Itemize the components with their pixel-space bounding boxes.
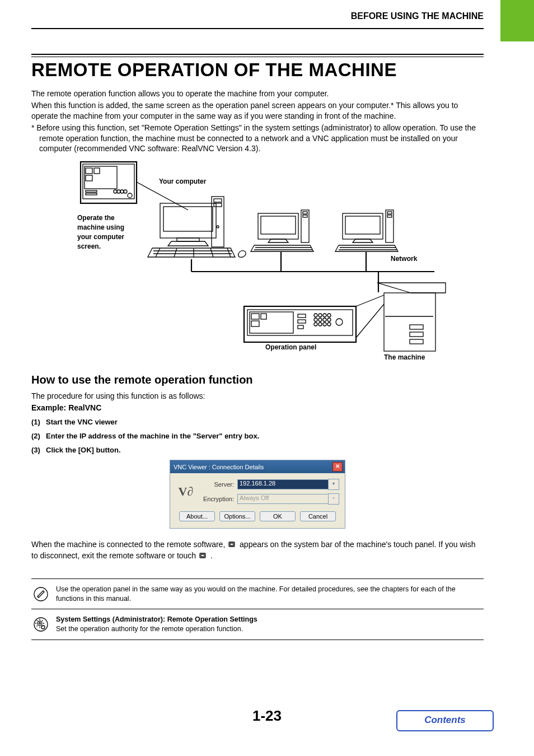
svg-rect-17: [212, 197, 224, 247]
svg-point-11: [124, 190, 127, 193]
svg-rect-31: [303, 212, 307, 214]
svg-rect-36: [345, 216, 380, 234]
title-top-rule: [31, 54, 484, 57]
vnc-title-text: VNC Viewer : Connection Details: [174, 464, 264, 470]
info-box-admin: System Settings (Administrator): Remote …: [31, 609, 484, 640]
options-button[interactable]: Options...: [219, 511, 255, 521]
svg-point-81: [34, 618, 48, 631]
info-2-title: System Settings (Administrator): Remote …: [56, 615, 257, 623]
svg-point-68: [323, 318, 326, 321]
svg-line-23: [156, 248, 160, 257]
svg-point-8: [114, 190, 117, 193]
svg-point-65: [327, 314, 331, 317]
step-2: (2)Enter the IP address of the machine i…: [31, 432, 484, 440]
diagram-network-label: Network: [391, 255, 417, 263]
info-text-1: Use the operation panel in the same way …: [56, 585, 481, 604]
step-1-text: Start the VNC viewer: [46, 418, 118, 426]
encryption-dropdown-icon: ▾: [328, 493, 339, 505]
svg-point-64: [323, 314, 326, 317]
svg-rect-5: [86, 175, 92, 181]
howto-heading: How to use the remote operation function: [31, 374, 484, 386]
close-icon[interactable]: ✕: [332, 462, 343, 472]
svg-point-74: [336, 319, 343, 325]
svg-rect-57: [261, 314, 266, 319]
info-text-2: System Settings (Administrator): Remote …: [56, 615, 257, 634]
svg-rect-7: [86, 193, 97, 195]
diagram-machine-label: The machine: [384, 353, 425, 361]
svg-point-79: [34, 587, 48, 601]
svg-rect-19: [214, 203, 222, 207]
after-paragraph: When the machine is connected to the rem…: [31, 539, 484, 562]
step-3-text: Click the [OK] button.: [46, 446, 121, 454]
svg-point-69: [327, 318, 331, 321]
svg-rect-60: [298, 320, 306, 323]
info-2-body: Set the operation authority for the remo…: [56, 625, 243, 633]
ok-button[interactable]: OK: [260, 511, 296, 521]
svg-rect-49: [410, 332, 423, 337]
step-3: (3)Click the [OK] button.: [31, 446, 484, 454]
footnote-paragraph: * Before using this function, set "Remot…: [31, 123, 484, 155]
step-2-text: Enter the IP address of the machine in t…: [46, 432, 259, 440]
content-area: REMOTE OPERATION OF THE MACHINE The remo…: [31, 54, 484, 640]
svg-rect-39: [387, 215, 392, 217]
remote-indicator-icon: [228, 539, 236, 546]
remote-indicator-icon-2: [199, 550, 207, 557]
svg-rect-35: [343, 213, 383, 239]
contents-button[interactable]: Contents: [396, 710, 494, 731]
header-rule: [31, 28, 484, 29]
svg-point-12: [128, 193, 132, 198]
svg-point-63: [318, 314, 322, 317]
svg-rect-58: [251, 321, 259, 326]
svg-rect-61: [298, 325, 303, 329]
page-title: REMOTE OPERATION OF THE MACHINE: [31, 59, 484, 81]
vnc-titlebar: VNC Viewer : Connection Details ✕: [170, 460, 345, 473]
vnc-dialog: VNC Viewer : Connection Details ✕ V∂ Ser…: [170, 460, 345, 529]
svg-point-82: [38, 621, 42, 626]
cancel-button[interactable]: Cancel: [300, 511, 336, 521]
svg-rect-16: [177, 238, 199, 241]
step-1: (1)Start the VNC viewer: [31, 418, 484, 426]
svg-rect-18: [214, 199, 222, 202]
svg-point-72: [323, 323, 326, 326]
page-header-text: BEFORE USING THE MACHINE: [31, 11, 484, 21]
svg-rect-32: [303, 215, 307, 217]
svg-rect-48: [410, 325, 423, 329]
svg-line-80: [38, 596, 39, 598]
svg-point-67: [318, 318, 322, 321]
svg-rect-28: [258, 213, 298, 239]
after-text-1: When the machine is connected to the rem…: [31, 540, 227, 549]
svg-point-9: [117, 190, 120, 193]
svg-line-27: [227, 248, 231, 257]
svg-line-24: [174, 248, 177, 257]
svg-point-66: [314, 318, 317, 321]
vnc-logo: V∂: [176, 484, 196, 499]
svg-line-26: [210, 248, 213, 257]
svg-rect-38: [387, 212, 392, 214]
svg-rect-2: [85, 166, 117, 189]
svg-rect-14: [160, 203, 216, 238]
svg-rect-4: [94, 168, 100, 174]
encryption-input: Always Off: [237, 494, 329, 504]
steps-list: (1)Start the VNC viewer (2)Enter the IP …: [31, 418, 484, 454]
svg-rect-3: [86, 168, 92, 174]
about-button[interactable]: About...: [179, 511, 215, 521]
intro-paragraph-1: The remote operation function allows you…: [31, 88, 484, 99]
howto-example: Example: RealVNC: [31, 403, 484, 413]
server-dropdown-icon[interactable]: ▾: [328, 479, 339, 490]
svg-point-10: [120, 190, 124, 193]
svg-line-52: [356, 304, 384, 338]
diagram-panel-label: Operation panel: [265, 343, 316, 351]
svg-rect-56: [251, 314, 259, 319]
server-input[interactable]: 192.168.1.28: [237, 479, 329, 489]
after-text-3: .: [210, 551, 213, 560]
page-green-tab: [500, 0, 534, 41]
svg-rect-76: [230, 543, 233, 545]
svg-rect-15: [163, 207, 213, 231]
svg-point-83: [39, 623, 41, 624]
info-box-tip: Use the operation panel in the same way …: [31, 578, 484, 610]
svg-rect-55: [250, 312, 293, 333]
svg-rect-1: [83, 164, 134, 199]
howto-intro: The procedure for using this function is…: [31, 391, 484, 402]
svg-point-62: [314, 314, 317, 317]
svg-rect-78: [201, 554, 204, 557]
